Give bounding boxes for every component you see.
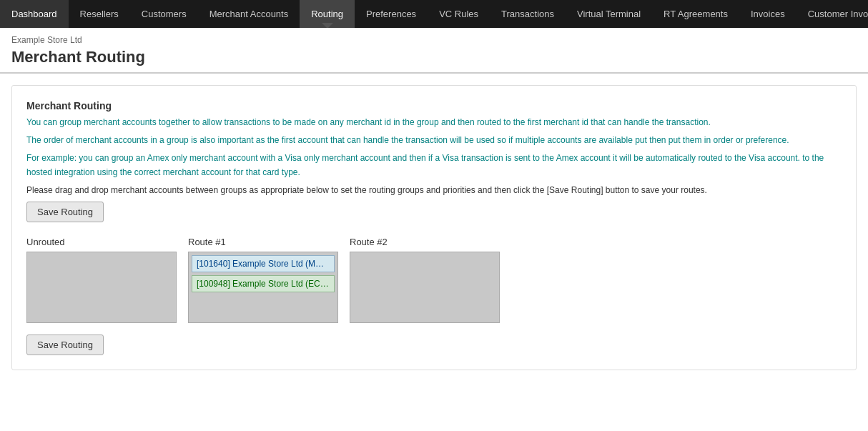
routing-group-box-unrouted[interactable] xyxy=(26,252,177,323)
nav-item-preferences[interactable]: Preferences xyxy=(355,0,428,28)
description-4: Please drag and drop merchant accounts b… xyxy=(26,184,842,197)
main-nav: DashboardResellersCustomersMerchant Acco… xyxy=(0,0,868,28)
nav-item-customers[interactable]: Customers xyxy=(130,0,198,28)
nav-item-dashboard[interactable]: Dashboard xyxy=(0,0,69,28)
routing-group-unrouted: Unrouted xyxy=(26,237,177,323)
nav-item-routing[interactable]: Routing xyxy=(300,0,355,28)
nav-item-invoices[interactable]: Invoices xyxy=(739,0,797,28)
nav-item-merchant-accounts[interactable]: Merchant Accounts xyxy=(198,0,300,28)
page-header: Example Store Ltd Merchant Routing xyxy=(0,28,868,74)
routing-group-label-route-2: Route #2 xyxy=(350,237,500,247)
nav-item-transactions[interactable]: Transactions xyxy=(490,0,566,28)
nav-item-rt-agreements[interactable]: RT Agreements xyxy=(652,0,739,28)
nav-item-vc-rules[interactable]: VC Rules xyxy=(428,0,490,28)
save-routing-button-bottom[interactable]: Save Routing xyxy=(26,335,104,355)
routing-item-route-1-1[interactable]: [100948] Example Store Ltd (EC.... xyxy=(192,275,335,292)
routing-group-box-route-1[interactable]: [101640] Example Store Ltd (MO....[10094… xyxy=(188,252,338,323)
routing-group-label-route-1: Route #1 xyxy=(188,237,338,247)
description-3: For example: you can group an Amex only … xyxy=(26,152,842,179)
nav-item-virtual-terminal[interactable]: Virtual Terminal xyxy=(566,0,652,28)
routing-group-route-2: Route #2 xyxy=(350,237,500,323)
save-routing-button-top[interactable]: Save Routing xyxy=(26,202,104,222)
main-content: Merchant Routing You can group merchant … xyxy=(0,74,868,382)
routing-groups: UnroutedRoute #1[101640] Example Store L… xyxy=(26,237,842,323)
nav-item-customer-invoices[interactable]: Customer Invo... xyxy=(797,0,868,28)
routing-card: Merchant Routing You can group merchant … xyxy=(11,85,857,370)
description-2: The order of merchant accounts in a grou… xyxy=(26,134,842,147)
page-title: Merchant Routing xyxy=(11,48,857,66)
nav-item-resellers[interactable]: Resellers xyxy=(69,0,130,28)
breadcrumb: Example Store Ltd xyxy=(11,35,857,45)
routing-group-route-1: Route #1[101640] Example Store Ltd (MO..… xyxy=(188,237,338,323)
description-1: You can group merchant accounts together… xyxy=(26,116,842,129)
card-section-title: Merchant Routing xyxy=(26,100,842,112)
routing-item-route-1-0[interactable]: [101640] Example Store Ltd (MO.... xyxy=(192,255,335,272)
routing-group-label-unrouted: Unrouted xyxy=(26,237,177,247)
routing-group-box-route-2[interactable] xyxy=(350,252,500,323)
